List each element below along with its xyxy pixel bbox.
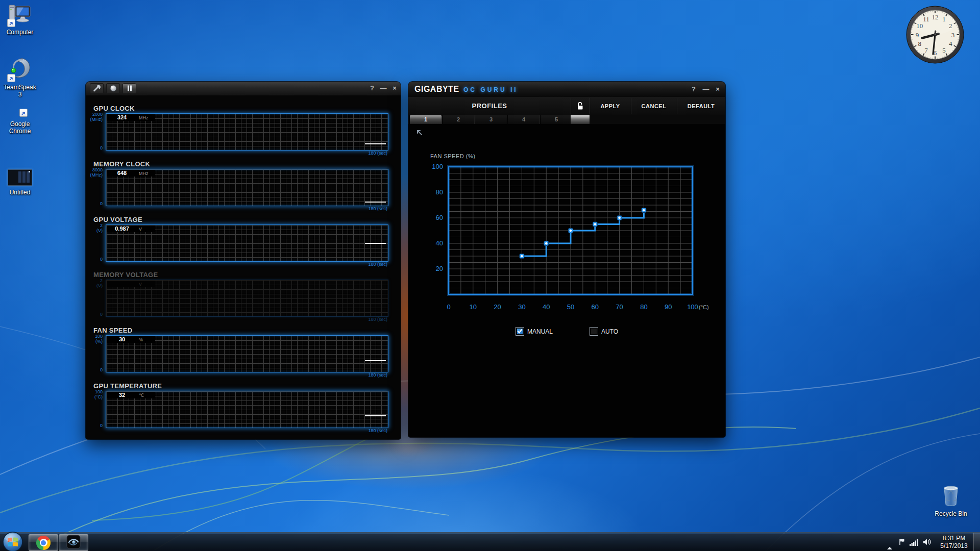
profile-tab-3[interactable]: 3 xyxy=(475,115,507,124)
chrome-icon xyxy=(36,536,51,550)
profile-tab-4[interactable]: 4 xyxy=(507,115,540,124)
app-title: OC GURU II xyxy=(463,86,518,93)
y-axis-unit: (°C) xyxy=(86,394,103,399)
clock-gadget[interactable]: 121234567891011 xyxy=(904,4,966,65)
value-unit: MHz xyxy=(139,171,149,177)
profile-tab-2[interactable]: 2 xyxy=(442,115,475,124)
shortcut-arrow-icon xyxy=(7,74,15,82)
profile-tab-1[interactable]: 1 xyxy=(409,115,442,124)
value-unit: ℃ xyxy=(139,393,144,398)
svg-text:60: 60 xyxy=(592,303,599,311)
auto-checkbox[interactable] xyxy=(590,327,598,336)
y-axis-max: 8000 xyxy=(86,167,103,172)
section-title: MEMORY VOLTAGE xyxy=(93,271,158,279)
desktop-icon-chrome[interactable]: Google Chrome xyxy=(2,110,38,135)
record-button[interactable] xyxy=(106,83,120,94)
recycle-bin-icon xyxy=(940,482,962,507)
tray-clock[interactable]: 8:31 PM 5/17/2013 xyxy=(937,535,971,550)
value-unit: V xyxy=(139,227,142,232)
svg-text:70: 70 xyxy=(616,303,623,311)
close-button[interactable]: × xyxy=(390,84,399,92)
back-arrow-button[interactable] xyxy=(414,128,425,137)
y-axis-min: 0 xyxy=(86,312,103,317)
close-button[interactable]: × xyxy=(713,85,722,93)
icon-label: TeamSpeak 3 xyxy=(2,84,38,98)
manual-checkbox[interactable] xyxy=(516,327,524,336)
oc-guru-window: GIGABYTE OC GURU II ? — × PROFILES APPLY… xyxy=(408,82,725,437)
current-value: 32 xyxy=(107,392,137,398)
monitor-graph: 324 MHz xyxy=(106,113,388,151)
current-value: 30 xyxy=(107,336,137,343)
monitor-section: GPU CLOCK 2000 (MHz) 0 324 MHz 180 (sec) xyxy=(86,104,401,157)
help-button[interactable]: ? xyxy=(368,84,377,92)
profiles-label: PROFILES xyxy=(408,97,571,115)
arrow-up-left-icon xyxy=(414,128,424,137)
minimize-button[interactable]: — xyxy=(701,85,710,93)
current-value: 324 xyxy=(107,114,137,121)
profile-tabs: 12345 xyxy=(408,115,725,124)
icon-label: Recycle Bin xyxy=(933,510,969,517)
default-button[interactable]: DEFAULT xyxy=(677,97,725,115)
pause-button[interactable] xyxy=(122,83,136,94)
y-axis-max: 2 xyxy=(86,223,103,228)
value-unit: MHz xyxy=(139,115,149,121)
start-button[interactable] xyxy=(2,531,23,551)
help-button[interactable]: ? xyxy=(689,85,698,93)
volume-icon[interactable] xyxy=(923,538,932,548)
section-title: GPU CLOCK xyxy=(93,105,135,112)
lock-button[interactable] xyxy=(571,97,590,115)
lock-tile-highlight xyxy=(571,115,590,124)
oc-guru-eye-icon xyxy=(66,535,81,551)
minimize-button[interactable]: — xyxy=(379,84,388,92)
y-axis-max: 2 xyxy=(86,278,103,283)
lock-icon xyxy=(577,102,583,110)
y-axis-min: 0 xyxy=(86,145,103,151)
y-axis-unit: (%) xyxy=(86,339,103,344)
trace-line xyxy=(365,415,386,416)
value-unit: V xyxy=(139,282,142,287)
taskbar-button-oc-guru[interactable] xyxy=(59,534,88,551)
value-readout: V xyxy=(107,281,155,287)
tray-time: 8:31 PM xyxy=(937,535,971,542)
value-unit: % xyxy=(139,337,143,343)
section-title: GPU VOLTAGE xyxy=(93,216,142,223)
action-center-flag-icon[interactable] xyxy=(898,538,905,547)
svg-text:20: 20 xyxy=(494,303,501,311)
y-axis-unit: (MHz) xyxy=(86,172,103,178)
caret-up-icon xyxy=(887,538,892,549)
clock-number: 8 xyxy=(918,40,921,47)
monitor-section: FAN SPEED 100 (%) 0 30 % 180 (sec) xyxy=(86,325,401,379)
clock-number: 4 xyxy=(949,40,952,47)
desktop-icon-teamspeak[interactable]: TeamSpeak 3 xyxy=(2,56,38,98)
cancel-button[interactable]: CANCEL xyxy=(631,97,677,115)
network-icon[interactable] xyxy=(910,539,919,548)
check-icon xyxy=(517,329,523,334)
svg-text:0: 0 xyxy=(447,303,450,311)
value-readout: 0.987 V xyxy=(107,226,155,232)
desktop-icon-untitled[interactable]: Untitled xyxy=(2,169,38,196)
show-desktop-button[interactable] xyxy=(973,533,980,551)
monitor-titlebar[interactable]: ? — × xyxy=(86,82,401,95)
fan-curve-chart[interactable]: 010203040506070809010020406080100(°C) xyxy=(413,158,720,321)
svg-text:60: 60 xyxy=(436,214,443,221)
desktop-icon-computer[interactable]: Computer xyxy=(2,3,38,36)
clock-number: 9 xyxy=(916,31,919,39)
desktop: Computer TeamSpeak 3 Google Chrome xyxy=(0,0,980,551)
y-axis-unit: (V) xyxy=(86,283,103,288)
apply-button[interactable]: APPLY xyxy=(590,97,631,115)
section-title: MEMORY CLOCK xyxy=(93,160,150,168)
taskbar-button-chrome[interactable] xyxy=(29,534,58,551)
x-axis-label: 180 (sec) xyxy=(368,428,387,433)
settings-wrench-button[interactable] xyxy=(90,83,104,94)
svg-text:90: 90 xyxy=(665,303,672,311)
x-axis-unit: (°C) xyxy=(699,304,709,310)
y-axis-min: 0 xyxy=(86,201,103,206)
oc-titlebar[interactable]: GIGABYTE OC GURU II ? — × xyxy=(408,82,725,97)
desktop-icon-recycle-bin[interactable]: Recycle Bin xyxy=(933,482,969,517)
tray-expand-button[interactable] xyxy=(887,538,892,547)
monitor-graph: 32 ℃ xyxy=(106,391,388,428)
auto-label: AUTO xyxy=(601,328,618,335)
profile-tab-5[interactable]: 5 xyxy=(540,115,573,124)
x-axis-label: 180 (sec) xyxy=(368,206,387,211)
manual-label: MANUAL xyxy=(527,328,553,335)
